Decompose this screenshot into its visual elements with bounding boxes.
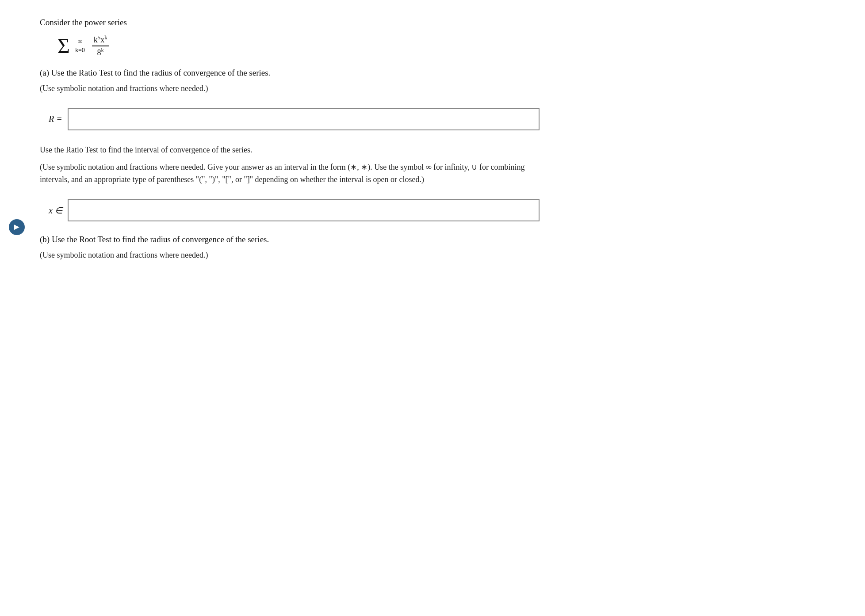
page-container: ► Consider the power series Σ ∞ k=0 k5xk…	[27, 18, 540, 262]
formula-block: Σ ∞ k=0 k5xk 8k	[57, 34, 540, 57]
part-a-radius-section: (a) Use the Ratio Test to find the radiu…	[40, 68, 540, 130]
part-b-instruction1: (b) Use the Root Test to find the radius…	[40, 235, 540, 244]
R-input[interactable]	[68, 108, 540, 130]
part-b-instruction2: (Use symbolic notation and fractions whe…	[40, 249, 540, 262]
part-b-section: (b) Use the Root Test to find the radius…	[40, 235, 540, 262]
R-input-row: R =	[49, 108, 540, 130]
sigma-limits: ∞ k=0	[75, 38, 85, 54]
part-a-instruction1: (a) Use the Ratio Test to find the radiu…	[40, 68, 540, 78]
sigma-upper: ∞	[78, 38, 82, 45]
intro-section: Consider the power series Σ ∞ k=0 k5xk 8…	[40, 18, 540, 57]
R-label: R =	[49, 114, 62, 124]
fraction: k5xk 8k	[92, 34, 109, 57]
denominator: 8k	[95, 46, 105, 57]
interval-instruction: (Use symbolic notation and fractions whe…	[40, 161, 540, 186]
nav-arrow[interactable]: ►	[9, 219, 25, 235]
interval-section: Use the Ratio Test to find the interval …	[40, 144, 540, 221]
sigma-symbol: Σ	[57, 35, 70, 57]
sigma-lower: k=0	[75, 47, 85, 54]
x-label: x ∈	[49, 205, 62, 216]
interval-intro: Use the Ratio Test to find the interval …	[40, 144, 540, 156]
intro-text: Consider the power series	[40, 18, 540, 27]
x-input[interactable]	[68, 199, 540, 221]
part-a-instruction2: (Use symbolic notation and fractions whe…	[40, 82, 540, 95]
numerator: k5xk	[92, 34, 109, 46]
x-input-row: x ∈	[49, 199, 540, 221]
